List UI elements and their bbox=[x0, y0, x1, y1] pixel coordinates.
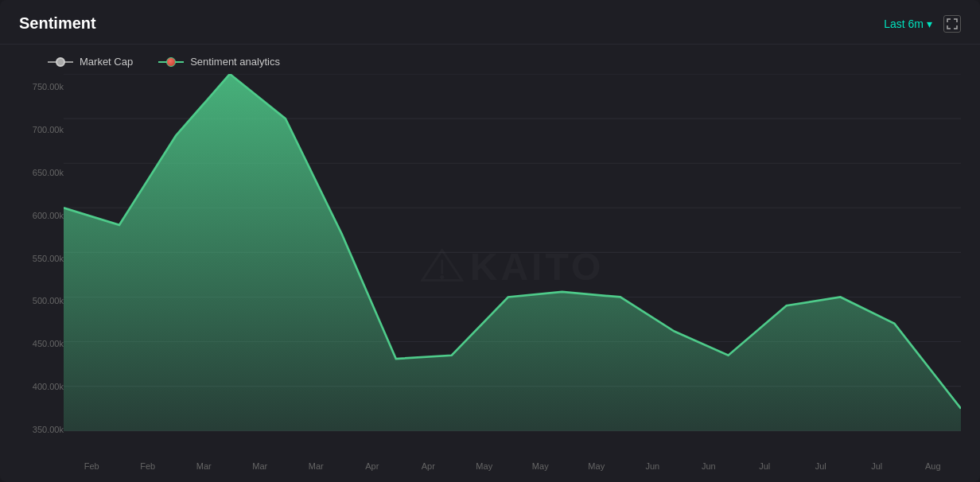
header-controls: Last 6m ▾ bbox=[884, 15, 961, 33]
x-label-6: Apr bbox=[400, 461, 457, 471]
x-label-14: Jul bbox=[849, 461, 905, 471]
expand-button[interactable] bbox=[943, 15, 961, 33]
y-label-3: 600.00k bbox=[8, 211, 64, 220]
time-selector-button[interactable]: Last 6m ▾ bbox=[884, 17, 932, 30]
time-selector-label: Last 6m bbox=[884, 17, 924, 30]
x-label-12: Jul bbox=[737, 461, 793, 471]
chart-svg-wrapper: KAITO bbox=[64, 74, 961, 458]
chevron-down-icon: ▾ bbox=[927, 17, 932, 30]
y-label-4: 550.00k bbox=[8, 254, 64, 263]
x-label-0: Feb bbox=[64, 461, 120, 471]
y-label-8: 350.00k bbox=[8, 425, 64, 434]
x-label-5: Apr bbox=[344, 461, 401, 471]
x-label-1: Feb bbox=[120, 461, 177, 471]
legend-sentiment-label: Sentiment analytics bbox=[190, 56, 280, 68]
sentiment-card: Sentiment Last 6m ▾ Market Cap bbox=[0, 0, 980, 482]
x-label-7: May bbox=[457, 461, 513, 471]
chart-legend: Market Cap Sentiment analytics bbox=[0, 45, 980, 74]
card-header: Sentiment Last 6m ▾ bbox=[0, 0, 980, 45]
legend-sentiment: Sentiment analytics bbox=[158, 56, 280, 68]
y-axis: 750.00k 700.00k 650.00k 600.00k 550.00k … bbox=[8, 74, 64, 458]
x-axis: Feb Feb Mar Mar Mar Apr Apr May May May … bbox=[8, 458, 961, 482]
x-label-10: Jun bbox=[624, 461, 681, 471]
x-label-13: Jul bbox=[793, 461, 850, 471]
card-title: Sentiment bbox=[19, 14, 96, 33]
x-label-8: May bbox=[512, 461, 569, 471]
x-label-2: Mar bbox=[176, 461, 232, 471]
y-label-5: 500.00k bbox=[8, 296, 64, 305]
y-label-1: 700.00k bbox=[8, 125, 64, 134]
x-label-15: Aug bbox=[905, 461, 962, 471]
x-label-4: Mar bbox=[288, 461, 344, 471]
x-label-9: May bbox=[569, 461, 625, 471]
y-label-7: 400.00k bbox=[8, 382, 64, 391]
chart-container: 750.00k 700.00k 650.00k 600.00k 550.00k … bbox=[8, 74, 961, 458]
y-label-2: 650.00k bbox=[8, 168, 64, 177]
legend-market-cap-label: Market Cap bbox=[80, 56, 133, 68]
x-label-11: Jun bbox=[681, 461, 737, 471]
chart-area: 750.00k 700.00k 650.00k 600.00k 550.00k … bbox=[0, 74, 980, 482]
legend-market-cap: Market Cap bbox=[48, 56, 133, 68]
main-chart-svg bbox=[64, 74, 961, 434]
y-label-0: 750.00k bbox=[8, 82, 64, 91]
x-label-3: Mar bbox=[232, 461, 289, 471]
y-label-6: 450.00k bbox=[8, 339, 64, 348]
